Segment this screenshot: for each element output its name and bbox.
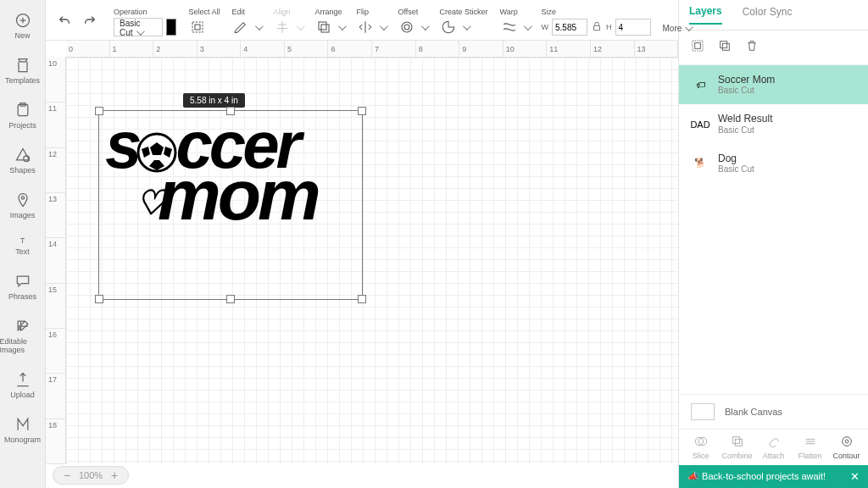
duplicate-icon[interactable] <box>718 39 732 56</box>
operation-group: Operation Basic Cut <box>114 8 176 36</box>
offset-group: Offset <box>398 8 427 36</box>
combine-icon <box>731 435 744 450</box>
op-contour[interactable]: Contour <box>830 435 864 460</box>
offset-button[interactable] <box>398 18 416 36</box>
rail-label: Upload <box>10 391 35 399</box>
redo-button[interactable] <box>83 14 97 31</box>
artwork-soccer-mom[interactable]: sccer ♡mom <box>105 119 318 226</box>
svg-rect-24 <box>735 439 742 446</box>
layer-thumb-icon: 🐕 <box>691 157 709 170</box>
dimension-tag: 5.58 in x 4 in <box>183 93 245 108</box>
ruler-vertical: 101112131415161718 <box>46 58 66 464</box>
layer-name: Soccer Mom <box>718 74 775 86</box>
rail-templates[interactable]: Templates <box>0 53 46 88</box>
handle-s[interactable] <box>226 295 235 303</box>
op-combine: Combine <box>721 435 754 460</box>
artwork-text: mom <box>158 155 318 235</box>
layer-row[interactable]: 🐕DogBasic Cut <box>679 144 868 183</box>
tab-color-sync[interactable]: Color Sync <box>743 6 793 24</box>
tab-layers[interactable]: Layers <box>689 5 722 25</box>
sticker-group: Create Sticker <box>439 8 487 36</box>
op-flatten: Flatten <box>793 435 827 460</box>
color-swatch[interactable] <box>166 19 177 36</box>
ruler-horizontal: 012345678910111213 <box>66 41 678 58</box>
svg-rect-17 <box>693 41 703 51</box>
select-all-button[interactable] <box>188 18 207 36</box>
selectall-label: Select All <box>188 8 220 16</box>
panel-tabs: Layers Color Sync <box>679 0 868 30</box>
zoom-out-button[interactable]: − <box>60 469 74 482</box>
zoom-control: − 100% + <box>53 466 129 485</box>
operation-select[interactable]: Basic Cut <box>114 18 163 36</box>
create-sticker-button[interactable] <box>439 18 458 36</box>
edit-button[interactable] <box>231 18 250 36</box>
flip-group: Flip <box>356 8 386 36</box>
layer-ops: SliceCombineAttachFlattenContour <box>679 429 868 465</box>
canvas-color-row[interactable]: Blank Canvas <box>679 394 868 429</box>
layer-action-icons <box>679 30 868 65</box>
layer-row[interactable]: DADWeld ResultBasic Cut <box>679 104 868 143</box>
svg-rect-23 <box>732 437 739 444</box>
layer-row[interactable]: 🏷Soccer MomBasic Cut <box>679 65 868 104</box>
zoom-value: 100% <box>79 470 103 480</box>
arrange-button[interactable] <box>314 18 333 36</box>
promo-close-button[interactable]: ✕ <box>850 470 860 483</box>
undo-button[interactable] <box>58 14 71 31</box>
handle-sw[interactable] <box>95 295 103 303</box>
svg-rect-5 <box>192 22 203 32</box>
group-icon[interactable] <box>691 39 704 56</box>
rail-upload[interactable]: Upload <box>0 368 46 402</box>
handle-se[interactable] <box>358 295 366 303</box>
align-button <box>273 18 292 36</box>
rail-images[interactable]: Images <box>0 188 46 223</box>
rail-label: Monogram <box>4 435 41 444</box>
text-icon: T <box>20 236 25 245</box>
left-rail: New Templates Projects Shapes Images T T… <box>0 0 46 488</box>
rail-phrases[interactable]: Phrases <box>0 269 46 304</box>
warp-label: Warp <box>500 8 518 16</box>
rail-editable-images[interactable]: Editable Images <box>0 314 46 358</box>
h-label: H <box>606 23 612 31</box>
handle-nw[interactable] <box>95 107 103 115</box>
svg-point-25 <box>842 437 851 446</box>
svg-rect-7 <box>319 22 326 30</box>
flip-label: Flip <box>356 8 369 16</box>
layer-subtitle: Basic Cut <box>718 125 772 136</box>
contour-icon <box>840 435 854 450</box>
canvas-color-swatch[interactable] <box>691 403 715 420</box>
selectall-group: Select All <box>188 8 220 36</box>
rail-label: New <box>14 31 30 40</box>
rail-label: Images <box>10 211 36 219</box>
svg-rect-11 <box>594 25 600 30</box>
more-menu[interactable]: More <box>663 24 692 36</box>
rail-text[interactable]: T Text <box>0 233 46 259</box>
op-attach: Attach <box>757 435 791 460</box>
op-slice: Slice <box>684 435 718 460</box>
layer-subtitle: Basic Cut <box>718 164 754 175</box>
size-label: Size <box>542 8 557 16</box>
rail-shapes[interactable]: Shapes <box>0 143 46 178</box>
align-group: Align <box>273 8 303 36</box>
canvas[interactable]: 012345678910111213 101112131415161718 5.… <box>46 41 678 488</box>
arrange-label: Arrange <box>314 8 342 16</box>
svg-point-21 <box>695 437 703 445</box>
rail-label: Editable Images <box>0 337 46 354</box>
height-input[interactable] <box>615 19 651 36</box>
rail-new[interactable]: New <box>0 8 46 43</box>
rail-projects[interactable]: Projects <box>0 98 46 133</box>
size-group: Size W H <box>542 8 651 36</box>
flip-button[interactable] <box>356 18 375 36</box>
zoom-in-button[interactable]: + <box>108 469 121 482</box>
svg-rect-8 <box>321 25 329 32</box>
promo-banner[interactable]: 📣 Back-to-school projects await! ✕ <box>679 465 868 488</box>
svg-point-9 <box>402 22 412 32</box>
width-input[interactable] <box>552 19 587 36</box>
svg-point-4 <box>21 197 24 199</box>
rail-monogram[interactable]: Monogram <box>0 413 46 447</box>
svg-rect-6 <box>195 25 200 30</box>
lock-aspect-button[interactable] <box>591 20 603 34</box>
delete-icon[interactable] <box>745 39 759 56</box>
attach-icon <box>767 435 781 450</box>
warp-button[interactable] <box>500 18 519 36</box>
handle-ne[interactable] <box>358 107 366 115</box>
